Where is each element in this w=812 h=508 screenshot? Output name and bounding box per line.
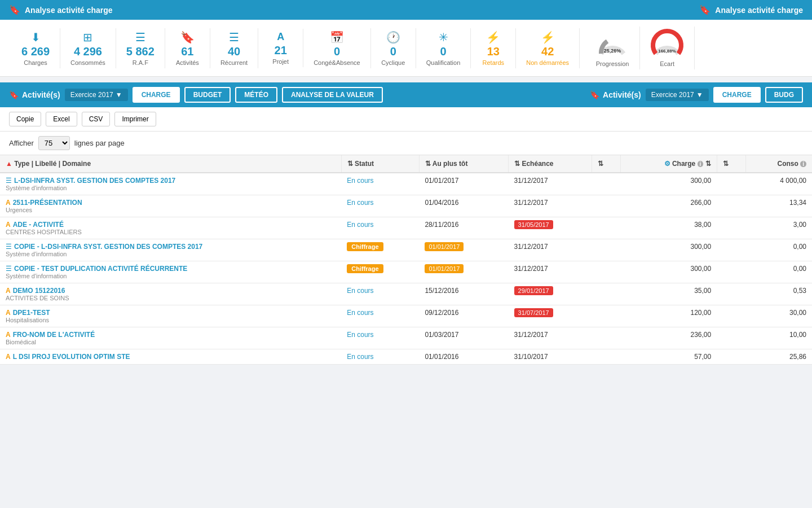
conso-cell: 10,00 (745, 327, 812, 349)
copie-button[interactable]: Copie (9, 112, 41, 126)
tab-charge-right[interactable]: CHARGE (713, 87, 761, 103)
activity-name-cell: ☰L-DSI-INFRA SYST. GESTION DES COMPTES 2… (0, 173, 341, 195)
tab-charge[interactable]: CHARGE (133, 87, 180, 103)
activity-name-cell: AL DSI PROJ EVOLUTION OPTIM STE (0, 349, 341, 365)
empty2-cell (717, 327, 745, 349)
activity-name[interactable]: L DSI PROJ EVOLUTION OPTIM STE (13, 353, 130, 361)
ecart-gauge-svg: 166,88% (650, 29, 684, 59)
tab-budget[interactable]: BUDGET (184, 87, 231, 103)
empty2-cell (717, 195, 745, 217)
stat-qualification[interactable]: ✳ 0 Qualification (416, 28, 471, 68)
table-row[interactable]: ☰COPIE - L-DSI-INFRA SYST. GESTION DES C… (0, 239, 812, 261)
date-apt: 01/01/2017 (425, 242, 464, 251)
statut-cell: En cours (341, 217, 419, 239)
col-statut[interactable]: ⇅ Statut (341, 155, 419, 173)
col-charge[interactable]: ⚙ Charge i ⇅ (621, 155, 717, 173)
charge-cell: 57,00 (621, 349, 717, 365)
lines-per-page-select[interactable]: 25 50 75 100 (38, 136, 70, 150)
activites-value: 61 (181, 45, 193, 58)
stat-cyclique[interactable]: 🕐 0 Cyclique (371, 28, 416, 68)
projet-icon: A (277, 31, 284, 43)
date-echeance: 29/01/2017 (514, 286, 553, 295)
imprimer-button[interactable]: Imprimer (114, 112, 156, 126)
stat-conge[interactable]: 📅 0 Congé&Absence (303, 28, 371, 68)
stat-retards[interactable]: ⚡ 13 Retards (471, 28, 516, 68)
table-row[interactable]: AL DSI PROJ EVOLUTION OPTIM STE En cours… (0, 349, 812, 365)
table-row[interactable]: ☰COPIE - TEST DUPLICATION ACTIVITÉ RÉCUR… (0, 261, 812, 283)
activity-name[interactable]: COPIE - TEST DUPLICATION ACTIVITÉ RÉCURR… (14, 265, 187, 273)
bookmark-icon-right: 🔖 (699, 5, 710, 15)
activity-name[interactable]: COPIE - L-DSI-INFRA SYST. GESTION DES CO… (14, 243, 202, 251)
toolbar: Copie Excel CSV Imprimer (0, 107, 812, 132)
activity-name[interactable]: L-DSI-INFRA SYST. GESTION DES COMPTES 20… (14, 177, 175, 185)
stat-consommes[interactable]: ⊞ 4 296 Consommés (60, 28, 116, 68)
status-badge: En cours (347, 199, 373, 207)
stat-raf[interactable]: ☰ 5 862 R.A.F (116, 28, 165, 68)
afficher-label: Afficher (9, 139, 34, 147)
top-header-title-right: Analyse activité charge (715, 6, 803, 15)
activity-name[interactable]: 2511-PRÉSENTATION (13, 199, 82, 207)
projet-label: Projet (272, 58, 289, 65)
col-type-libelle[interactable]: ▲ Type | Libellé | Domaine (0, 155, 341, 173)
table-row[interactable]: ☰L-DSI-INFRA SYST. GESTION DES COMPTES 2… (0, 173, 812, 195)
status-badge: En cours (347, 309, 373, 317)
empty-cell (592, 349, 621, 365)
exercice-chevron-right: ▼ (696, 91, 703, 99)
activity-name[interactable]: DEMO 15122016 (13, 287, 65, 295)
conso-cell: 0,00 (745, 261, 812, 283)
conge-label: Congé&Absence (314, 59, 360, 66)
exercice-label: Exercice 2017 (70, 91, 113, 99)
cyclique-value: 0 (390, 45, 396, 58)
table-row[interactable]: AADE - ACTIVITÉ CENTRES HOSPITALIERS En … (0, 217, 812, 239)
table-row[interactable]: AFRO-NOM DE L'ACTIVITÉ Biomédical En cou… (0, 327, 812, 349)
stat-projet[interactable]: A 21 Projet (258, 29, 303, 67)
conso-cell: 30,00 (745, 305, 812, 327)
statut-cell: En cours (341, 349, 419, 365)
tab-analyse[interactable]: ANALYSE DE LA VALEUR (282, 87, 383, 103)
empty2-cell (717, 283, 745, 305)
exercice-button-right[interactable]: Exercice 2017 ▼ (646, 89, 709, 101)
empty-cell (592, 305, 621, 327)
empty-cell (592, 195, 621, 217)
stat-activites[interactable]: 🔖 61 Activités (165, 28, 210, 68)
afficher-row: Afficher 25 50 75 100 lignes par page (0, 132, 812, 155)
tab-budg-right[interactable]: BUDG (765, 87, 803, 103)
svg-text:166,88%: 166,88% (658, 49, 676, 54)
col-echeance[interactable]: ⇅ Echéance (509, 155, 592, 173)
retards-label: Retards (483, 59, 505, 66)
proj-icon: A (6, 199, 11, 207)
sort-icon-empty: ⇅ (598, 160, 603, 168)
stat-charges[interactable]: ⬇ 6 269 Charges (11, 28, 60, 68)
table-row[interactable]: A2511-PRÉSENTATION Urgences En cours01/0… (0, 195, 812, 217)
activity-name[interactable]: ADE - ACTIVITÉ (13, 221, 64, 229)
empty-cell (592, 173, 621, 195)
au-plus-tot-cell: 01/04/2016 (419, 195, 508, 217)
excel-button[interactable]: Excel (46, 112, 77, 126)
echeance-cell: 31/05/2017 (509, 217, 592, 239)
au-plus-tot-cell: 28/11/2016 (419, 217, 508, 239)
charge-cell: 300,00 (621, 173, 717, 195)
top-header-right: 🔖 Analyse activité charge (699, 5, 803, 15)
table-row[interactable]: ADPE1-TEST Hospitalisations En cours09/1… (0, 305, 812, 327)
date-apt: 15/12/2016 (425, 287, 458, 295)
activity-name[interactable]: FRO-NOM DE L'ACTIVITÉ (13, 331, 95, 339)
activity-name-row: ADPE1-TEST (6, 309, 336, 317)
proj-icon: A (6, 287, 11, 295)
stat-recurrent[interactable]: ☰ 40 Récurrent (210, 28, 258, 68)
stat-non-demarrees[interactable]: ⚡ 42 Non démarrées (516, 28, 580, 68)
proj-icon: A (6, 331, 11, 339)
date-apt: 01/03/2017 (425, 331, 458, 339)
sort-icon-charge: ⇅ (705, 160, 711, 168)
csv-button[interactable]: CSV (82, 112, 111, 126)
tab-meteo[interactable]: MÉTÉO (235, 87, 277, 103)
exercice-button[interactable]: Exercice 2017 ▼ (65, 89, 128, 101)
echeance-cell: 31/12/2017 (509, 239, 592, 261)
activity-name[interactable]: DPE1-TEST (13, 309, 50, 317)
table-row[interactable]: ADEMO 15122016 ACTIVITES DE SOINS En cou… (0, 283, 812, 305)
col-empty[interactable]: ⇅ (592, 155, 621, 173)
col-au-plus-tot[interactable]: ⇅ Au plus tôt (419, 155, 508, 173)
echeance-cell: 31/07/2017 (509, 305, 592, 327)
qualification-value: 0 (440, 45, 446, 58)
conge-icon: 📅 (330, 30, 344, 44)
col-empty2[interactable]: ⇅ (717, 155, 745, 173)
